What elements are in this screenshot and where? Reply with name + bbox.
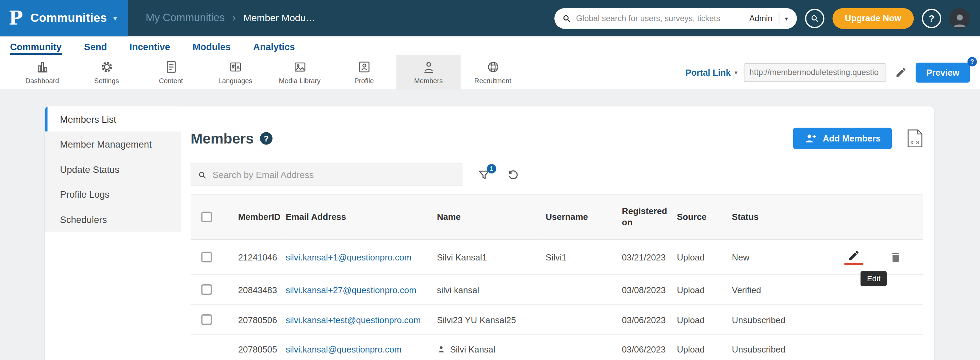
- member-id-cell: 21241046: [233, 240, 281, 275]
- member-search-input[interactable]: [212, 170, 455, 180]
- export-xls-button[interactable]: XLS: [907, 129, 923, 147]
- trash-icon: [889, 251, 902, 264]
- top-bar: P Communities ▾ My Communities › Member …: [0, 0, 980, 37]
- portal-link-dropdown[interactable]: Portal Link ▾: [685, 67, 737, 77]
- edit-portal-url-button[interactable]: [892, 67, 910, 78]
- nav-item-incentive[interactable]: Incentive: [130, 41, 170, 55]
- tab-settings[interactable]: Settings: [75, 55, 139, 90]
- avatar[interactable]: [950, 8, 970, 29]
- username-cell: Silvi1: [541, 240, 617, 275]
- table-controls: 1: [191, 163, 923, 186]
- xls-file-icon: XLS: [907, 129, 923, 147]
- search-icon: [562, 13, 571, 23]
- members-panel: Members ? Add Members XLS: [181, 106, 934, 360]
- product-switcher[interactable]: P Communities ▾: [0, 0, 128, 37]
- column-header-status: Status: [727, 194, 798, 239]
- registered-on-cell: 03/06/2023: [617, 305, 672, 335]
- nav-item-modules[interactable]: Modules: [192, 41, 231, 55]
- member-id-cell: 20780505: [233, 335, 281, 360]
- tab-languages[interactable]: A Languages: [203, 55, 267, 90]
- delete-member-button[interactable]: [889, 251, 902, 264]
- name-cell: Silvi Kansal: [437, 344, 536, 354]
- source-cell: Upload: [672, 274, 727, 304]
- email-link[interactable]: silvi.kansal+test@questionpro.com: [285, 315, 421, 325]
- page-title: Members: [191, 130, 253, 147]
- table-row: 20780506 silvi.kansal+test@questionpro.c…: [191, 305, 923, 335]
- nav-item-community[interactable]: Community: [10, 41, 62, 55]
- tab-media-library[interactable]: Media Library: [267, 55, 332, 90]
- nav-item-send[interactable]: Send: [84, 41, 107, 55]
- tab-label: Profile: [354, 77, 374, 85]
- pencil-icon: [895, 67, 907, 78]
- column-header-registered-on: Registered on: [617, 194, 672, 239]
- search-button[interactable]: [805, 8, 824, 28]
- sidebar-item-profile-logs[interactable]: Profile Logs: [45, 182, 181, 206]
- email-link[interactable]: silvi.kansal+1@questionpro.com: [285, 252, 411, 262]
- column-header-memberid: MemberID: [233, 194, 281, 239]
- status-cell: New: [727, 240, 798, 275]
- add-members-button[interactable]: Add Members: [794, 128, 892, 149]
- edit-member-button[interactable]: [844, 249, 863, 265]
- tab-recruitment[interactable]: Recruitment: [461, 55, 525, 90]
- row-checkbox[interactable]: [201, 284, 212, 295]
- tab-content[interactable]: Content: [139, 55, 203, 90]
- tab-members[interactable]: Members: [396, 55, 460, 90]
- preview-help-button[interactable]: ?: [967, 57, 977, 66]
- sidebar-item-members-list[interactable]: Members List: [45, 106, 181, 131]
- sidebar-item-update-status[interactable]: Update Status: [45, 157, 181, 181]
- email-link[interactable]: silvi.kansal@questionpro.com: [285, 344, 401, 354]
- global-search-input[interactable]: [571, 13, 746, 23]
- upgrade-now-button[interactable]: Upgrade Now: [832, 8, 914, 29]
- preview-group: Preview ?: [916, 62, 970, 83]
- registered-on-cell: 03/06/2023: [617, 335, 672, 360]
- chevron-down-icon[interactable]: ▾: [779, 14, 791, 21]
- tab-dashboard[interactable]: Dashboard: [10, 55, 74, 90]
- status-cell: Unsubscribed: [727, 305, 798, 335]
- breadcrumb-separator-icon: ›: [232, 12, 236, 24]
- registered-on-cell: 03/08/2023: [617, 274, 672, 304]
- column-header-name: Name: [432, 194, 541, 239]
- svg-text:A: A: [236, 65, 239, 70]
- pencil-icon: [848, 249, 860, 262]
- breadcrumb-current: Member Modu…: [243, 13, 315, 24]
- nav-item-analytics[interactable]: Analytics: [253, 41, 295, 55]
- image-icon: [293, 60, 307, 74]
- globe-icon: [486, 60, 500, 74]
- module-tab-bar: Dashboard Settings Content A Languages M…: [0, 55, 980, 90]
- refresh-button[interactable]: [507, 168, 520, 181]
- status-cell: Unsubscribed: [727, 335, 798, 360]
- breadcrumb-parent[interactable]: My Communities: [146, 12, 225, 24]
- member-search: [191, 163, 463, 186]
- member-id-cell: 20780506: [233, 305, 281, 335]
- add-members-label: Add Members: [823, 133, 881, 143]
- sidebar-item-schedulers[interactable]: Schedulers: [45, 206, 181, 232]
- column-header-username: Username: [541, 194, 617, 239]
- tab-label: Content: [159, 77, 183, 85]
- row-checkbox[interactable]: [201, 251, 212, 262]
- panel-header: Members ? Add Members XLS: [191, 128, 923, 149]
- table-row: 20780505 silvi.kansal@questionpro.com Si…: [191, 335, 923, 360]
- actions-cell: [798, 335, 923, 360]
- tab-profile[interactable]: Profile: [332, 55, 396, 90]
- preview-button[interactable]: Preview: [916, 62, 970, 83]
- filter-count-badge: 1: [487, 164, 496, 173]
- app-window: P Communities ▾ My Communities › Member …: [0, 0, 980, 360]
- portal-url-input[interactable]: [744, 63, 886, 82]
- help-button[interactable]: ?: [922, 8, 941, 28]
- person-icon: [437, 345, 446, 354]
- email-link[interactable]: silvi.kansal+27@questionpro.com: [285, 285, 416, 294]
- bar-chart-icon: [35, 60, 49, 74]
- select-all-checkbox[interactable]: [201, 212, 212, 222]
- id-card-icon: [357, 60, 371, 74]
- edit-tooltip: Edit: [861, 271, 887, 286]
- questionpro-logo: P: [9, 9, 23, 27]
- source-cell: Upload: [672, 335, 727, 360]
- search-scope-selector[interactable]: Admin: [747, 13, 778, 23]
- row-checkbox[interactable]: [201, 314, 212, 325]
- members-help-button[interactable]: ?: [260, 132, 272, 145]
- filter-button[interactable]: 1: [477, 168, 491, 181]
- registered-on-cell: 03/21/2023: [617, 240, 672, 275]
- sidebar-item-member-management[interactable]: Member Management: [45, 131, 181, 157]
- page-content: Members List Member Management Update St…: [0, 90, 980, 360]
- person-icon: [422, 60, 435, 74]
